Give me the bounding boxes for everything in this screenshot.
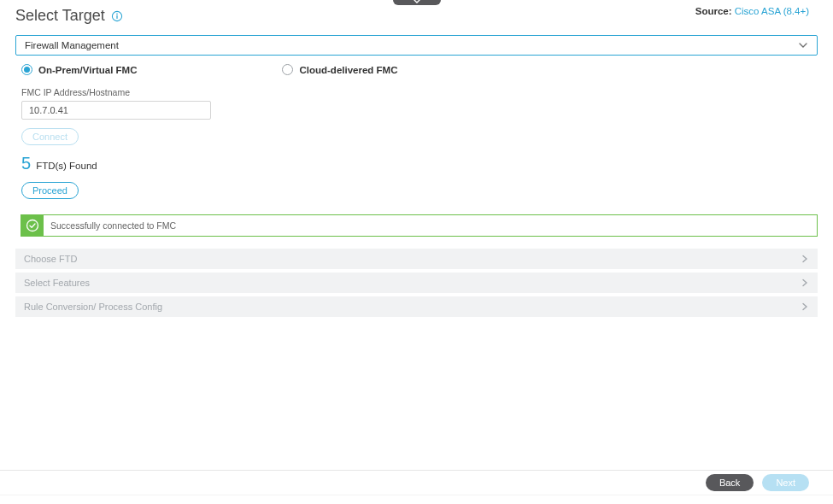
- ftd-found-line: 5 FTD(s) Found: [12, 154, 821, 173]
- step-label: Choose FTD: [24, 254, 77, 264]
- footer: Back Next: [0, 470, 833, 495]
- radio-selected-icon: [21, 64, 32, 75]
- back-button[interactable]: Back: [706, 474, 754, 491]
- radio-cloud-label: Cloud-delivered FMC: [299, 65, 397, 75]
- svg-rect-2: [116, 15, 117, 18]
- target-select[interactable]: Firewall Management: [15, 35, 818, 56]
- radio-cloud-fmc[interactable]: Cloud-delivered FMC: [282, 64, 397, 75]
- source-line: Source: Cisco ASA (8.4+): [695, 6, 809, 16]
- proceed-button[interactable]: Proceed: [21, 182, 79, 199]
- step-label: Rule Conversion/ Process Config: [24, 302, 162, 312]
- checkmark-circle-icon: [21, 215, 44, 236]
- success-banner: Successfully connected to FMC: [21, 214, 818, 237]
- ftd-found-count: 5: [21, 154, 31, 173]
- fmc-ip-label: FMC IP Address/Hostname: [12, 87, 821, 97]
- source-link[interactable]: Cisco ASA (8.4+): [735, 6, 809, 16]
- chevron-right-icon: [801, 255, 809, 263]
- page-title: Select Target: [15, 7, 105, 25]
- step-select-features[interactable]: Select Features: [15, 273, 818, 293]
- success-text: Successfully connected to FMC: [44, 215, 176, 236]
- next-button: Next: [762, 474, 809, 491]
- chevron-right-icon: [801, 302, 809, 311]
- radio-unselected-icon: [282, 64, 293, 75]
- connect-button[interactable]: Connect: [21, 128, 79, 145]
- step-rule-conversion[interactable]: Rule Conversion/ Process Config: [15, 296, 818, 317]
- info-icon[interactable]: [111, 10, 123, 22]
- ftd-found-text: FTD(s) Found: [36, 161, 97, 171]
- top-collapse-tab[interactable]: [393, 0, 441, 5]
- chevron-right-icon: [801, 278, 809, 287]
- step-choose-ftd[interactable]: Choose FTD: [15, 249, 818, 269]
- step-label: Select Features: [24, 278, 90, 288]
- chevron-down-icon: [798, 40, 808, 50]
- radio-onprem-label: On-Prem/Virtual FMC: [38, 65, 137, 75]
- chevron-down-icon: [411, 0, 423, 5]
- fmc-ip-input[interactable]: [21, 101, 211, 120]
- svg-point-1: [116, 13, 118, 15]
- svg-point-3: [27, 220, 38, 231]
- source-label: Source:: [695, 6, 732, 16]
- target-select-value: Firewall Management: [25, 40, 119, 50]
- radio-onprem-fmc[interactable]: On-Prem/Virtual FMC: [21, 64, 137, 75]
